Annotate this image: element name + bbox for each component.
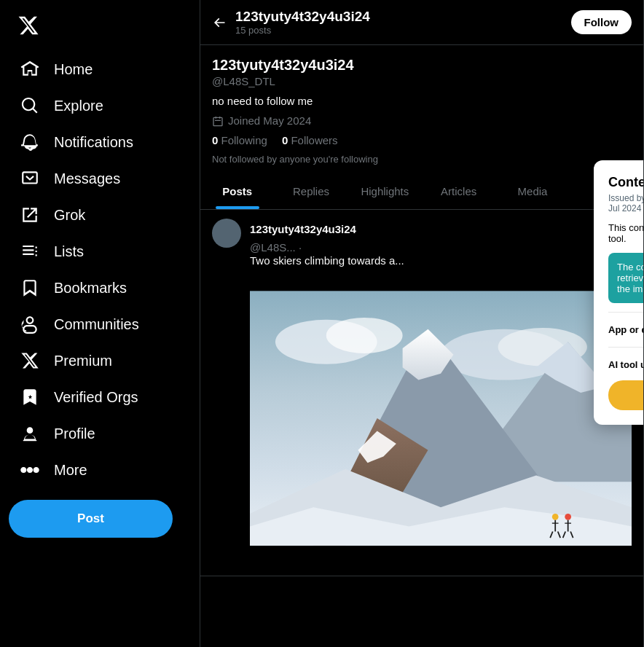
sidebar-item-communities[interactable]: Communities bbox=[9, 306, 191, 342]
sidebar-item-home-label: Home bbox=[54, 61, 93, 78]
tab-highlights[interactable]: Highlights bbox=[348, 173, 422, 209]
sidebar-item-profile[interactable]: Profile bbox=[9, 415, 191, 452]
sidebar-item-notifications-label: Notifications bbox=[54, 134, 133, 151]
profile-handle: @L48S_DTL bbox=[212, 75, 632, 87]
post-button[interactable]: Post bbox=[9, 500, 173, 538]
post-handle-date: @L48S... · bbox=[250, 241, 302, 254]
sidebar-item-premium[interactable]: Premium bbox=[9, 342, 191, 379]
tab-replies[interactable]: Replies bbox=[274, 173, 347, 209]
profile-bio: no need to follow me bbox=[212, 95, 632, 107]
sidebar-item-verified-orgs[interactable]: Verified Orgs bbox=[9, 379, 191, 415]
sidebar-item-more-label: More bbox=[54, 462, 87, 479]
sidebar-item-explore-label: Explore bbox=[54, 98, 103, 114]
post-text: Two skiers climbing towards a... bbox=[250, 254, 632, 267]
sidebar-item-more[interactable]: More bbox=[9, 452, 191, 488]
followers-label-text: Followers bbox=[291, 134, 337, 146]
tab-posts[interactable]: Posts bbox=[200, 173, 274, 209]
back-title-group: 123tyuty4t32y4u3i24 15 posts bbox=[212, 9, 370, 36]
cc-app-field: App or device used Digimarc bbox=[608, 320, 644, 340]
post-username: 123tyuty4t32y4u3i24 bbox=[250, 223, 356, 235]
sidebar-item-home[interactable]: Home bbox=[9, 51, 191, 87]
sidebar-item-lists[interactable]: Lists bbox=[9, 233, 191, 270]
sidebar-item-premium-label: Premium bbox=[54, 353, 112, 369]
svg-point-14 bbox=[552, 514, 559, 520]
tab-media[interactable]: Media bbox=[495, 173, 569, 209]
sidebar-item-notifications[interactable]: Notifications bbox=[9, 124, 191, 160]
profile-stats: 0 Following 0 Followers bbox=[212, 134, 632, 146]
cc-watermark-text: The content credentials were retrieved u… bbox=[617, 262, 644, 294]
cc-divider-1 bbox=[608, 312, 644, 313]
sidebar-item-messages-label: Messages bbox=[54, 170, 120, 187]
post-item: 123tyuty4t32y4u3i24 ··· @L48S... · Two s… bbox=[200, 210, 643, 576]
cc-watermark-box: The content credentials were retrieved u… bbox=[608, 253, 644, 303]
x-logo-icon bbox=[17, 15, 39, 36]
calendar-icon bbox=[212, 115, 224, 127]
cc-ai-notice: This content was generated with an AI to… bbox=[608, 222, 644, 244]
cc-ai-tool-field-label: AI tool used bbox=[608, 359, 644, 370]
explore-icon bbox=[20, 96, 39, 115]
main-content: 123tyuty4t32y4u3i24 15 posts Follow 123t… bbox=[200, 0, 644, 647]
svg-point-2 bbox=[326, 318, 403, 353]
sidebar-item-verified-orgs-label: Verified Orgs bbox=[54, 389, 138, 406]
verified-orgs-icon bbox=[20, 388, 39, 407]
cc-app-field-label: App or device used bbox=[608, 324, 644, 335]
profile-joined: Joined May 2024 bbox=[212, 114, 632, 127]
cc-issuer: Issued by Digimarc Corporation on 18 Jul… bbox=[608, 193, 644, 213]
svg-point-19 bbox=[565, 514, 571, 520]
sidebar-item-bookmarks-label: Bookmarks bbox=[54, 280, 127, 297]
sidebar-item-lists-label: Lists bbox=[54, 243, 84, 260]
post-image-container[interactable]: cr bbox=[250, 272, 632, 567]
profile-tabs: Posts Replies Highlights Articles Media … bbox=[200, 173, 643, 210]
profile-info: 123tyuty4t32y4u3i24 @L48S_DTL no need to… bbox=[200, 45, 643, 165]
content-credentials-panel: Content Credentials Issued by Digimarc C… bbox=[594, 160, 644, 425]
tab-articles[interactable]: Articles bbox=[422, 173, 495, 209]
followers-stat[interactable]: 0 Followers bbox=[282, 134, 338, 146]
home-icon bbox=[20, 60, 39, 79]
header-title-block: 123tyuty4t32y4u3i24 15 posts bbox=[235, 9, 370, 36]
follow-button[interactable]: Follow bbox=[571, 10, 632, 34]
post-image bbox=[250, 272, 632, 564]
sidebar-item-communities-label: Communities bbox=[54, 316, 139, 333]
profile-icon bbox=[20, 424, 39, 443]
premium-icon bbox=[20, 351, 39, 370]
not-followed-notice: Not followed by anyone you're following bbox=[212, 154, 632, 165]
profile-display-name: 123tyuty4t32y4u3i24 bbox=[212, 57, 632, 74]
grok-icon bbox=[20, 205, 39, 224]
inspect-button[interactable]: Inspect bbox=[608, 380, 644, 410]
header-username: 123tyuty4t32y4u3i24 bbox=[235, 9, 370, 25]
sidebar-item-bookmarks[interactable]: Bookmarks bbox=[9, 270, 191, 306]
sidebar-item-grok[interactable]: Grok bbox=[9, 197, 191, 233]
cc-title: Content Credentials bbox=[608, 175, 644, 190]
cc-ai-tool-field: AI tool used Adobe Firefly bbox=[608, 355, 644, 375]
followers-count: 0 bbox=[282, 134, 288, 146]
x-logo[interactable] bbox=[9, 6, 191, 48]
header-posts-count: 15 posts bbox=[235, 25, 370, 36]
cc-divider-2 bbox=[608, 347, 644, 348]
avatar bbox=[212, 219, 241, 248]
more-icon bbox=[20, 460, 39, 479]
profile-header-bar: 123tyuty4t32y4u3i24 15 posts Follow bbox=[200, 0, 643, 45]
following-count: 0 bbox=[212, 134, 218, 146]
post-content: 123tyuty4t32y4u3i24 ··· @L48S... · Two s… bbox=[250, 219, 632, 567]
sidebar-item-grok-label: Grok bbox=[54, 207, 85, 224]
following-stat[interactable]: 0 Following bbox=[212, 134, 267, 146]
messages-icon bbox=[20, 169, 39, 188]
communities-icon bbox=[20, 315, 39, 334]
sidebar: Home Explore Notifications Messages Grok… bbox=[0, 0, 200, 647]
notifications-icon bbox=[20, 133, 39, 152]
sidebar-item-messages[interactable]: Messages bbox=[9, 160, 191, 197]
sidebar-item-profile-label: Profile bbox=[54, 426, 95, 442]
sidebar-item-explore[interactable]: Explore bbox=[9, 87, 191, 124]
back-button[interactable] bbox=[212, 15, 227, 30]
post-header: 123tyuty4t32y4u3i24 ··· bbox=[250, 219, 632, 240]
following-label-text: Following bbox=[221, 134, 267, 146]
bookmarks-icon bbox=[20, 278, 39, 297]
lists-icon bbox=[20, 242, 39, 261]
joined-text: Joined May 2024 bbox=[228, 114, 311, 127]
